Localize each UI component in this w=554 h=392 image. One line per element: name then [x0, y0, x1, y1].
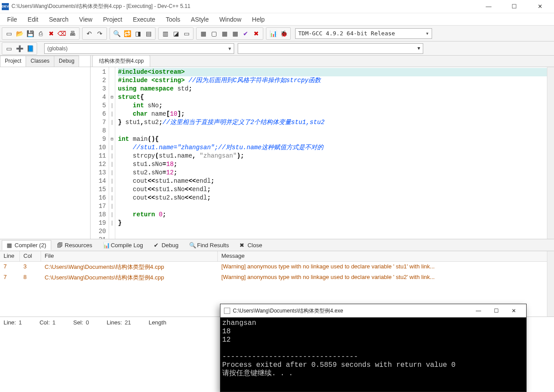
header-line[interactable]: Line: [0, 251, 20, 261]
console-titlebar[interactable]: C:\Users\Wang\Documents\结构体类型例4.exe — ☐ …: [220, 304, 526, 317]
output-tab-close[interactable]: ✖Close: [235, 240, 267, 250]
toggle-icon[interactable]: ◪: [171, 29, 181, 38]
status-sel-value: 0: [86, 319, 89, 326]
output-tab-label: Compile Log: [111, 242, 143, 249]
status-col-label: Col:: [39, 319, 49, 326]
output-tab-label: Compiler (2): [15, 242, 46, 249]
secondary-toolbar: ▭ ➕ 📘 (globals): [0, 41, 554, 56]
status-line-label: Line:: [4, 319, 16, 326]
message-row[interactable]: 78C:\Users\Wang\Documents\结构体类型例4.cpp[Wa…: [0, 272, 554, 283]
open-icon[interactable]: 📂: [15, 29, 24, 38]
undo-icon[interactable]: ↶: [84, 29, 94, 38]
titlebar: DEV C:\Users\Wang\Documents\结构体类型例4.cpp …: [0, 0, 554, 13]
menu-help[interactable]: Help: [247, 15, 269, 24]
syntax-check-icon[interactable]: ✔: [241, 29, 250, 38]
abort-icon[interactable]: ✖: [251, 29, 261, 38]
editor-tabs: 结构体类型例4.cpp: [91, 56, 554, 67]
bookmark-icon[interactable]: ▤: [144, 29, 153, 38]
debug-delete-icon[interactable]: 🐞: [279, 29, 288, 38]
message-row[interactable]: 73C:\Users\Wang\Documents\结构体类型例4.cpp[Wa…: [0, 262, 554, 272]
book-icon[interactable]: 📘: [25, 44, 35, 53]
rebuild-icon[interactable]: ▦: [230, 29, 240, 38]
scope-select[interactable]: (globals): [44, 43, 234, 54]
output-tab-compiler-[interactable]: ▦Compiler (2): [2, 240, 51, 250]
profile-icon[interactable]: 📊: [268, 29, 278, 38]
header-message[interactable]: Message: [218, 251, 554, 261]
find-icon[interactable]: 🔍: [112, 29, 121, 38]
output-tab-compile-log[interactable]: 📊Compile Log: [98, 240, 148, 250]
goto-icon[interactable]: ◨: [133, 29, 143, 38]
output-tabs: ▦Compiler (2)🗐Resources📊Compile Log✔Debu…: [0, 239, 554, 251]
messages-scrollbar[interactable]: [547, 251, 554, 317]
output-tab-debug[interactable]: ✔Debug: [149, 240, 183, 250]
search-icon: 🔍: [189, 242, 195, 248]
status-lines-value: 21: [125, 319, 131, 326]
output-tab-resources[interactable]: 🗐Resources: [52, 240, 97, 250]
window-title: C:\Users\Wang\Documents\结构体类型例4.cpp - [E…: [11, 3, 480, 10]
options-icon[interactable]: ▥: [160, 29, 170, 38]
code-editor[interactable]: 123456789101112131415161718192021 ⊟│││⊟│…: [91, 67, 554, 239]
menu-execute[interactable]: Execute: [129, 15, 160, 24]
menu-view[interactable]: View: [75, 15, 97, 24]
print-icon[interactable]: 🖶: [68, 29, 77, 38]
menu-tools[interactable]: Tools: [161, 15, 185, 24]
main-toolbar: ▭ 📂 💾 ⎙ ✖ ⌫ 🖶 ↶ ↷ 🔍 🔁 ◨ ▤ ▥ ◪ ▭ ▦ ▢ ▦ ▦ …: [0, 26, 554, 41]
compile-run-icon[interactable]: ▦: [220, 29, 229, 38]
console-close-button[interactable]: ✕: [505, 308, 523, 314]
save-all-icon[interactable]: ⎙: [36, 29, 46, 38]
save-icon[interactable]: 💾: [25, 29, 35, 38]
menu-window[interactable]: Window: [215, 15, 246, 24]
console-output: zhangsan 18 12 -------------------------…: [220, 317, 526, 380]
code-content[interactable]: #include<iostream>#include <cstring> //因…: [115, 67, 554, 239]
copy-icon: 🗐: [57, 242, 63, 248]
status-sel-label: Sel:: [73, 319, 83, 326]
menu-edit[interactable]: Edit: [23, 15, 43, 24]
new-file-icon[interactable]: ▭: [4, 29, 14, 38]
run-icon[interactable]: ▢: [209, 29, 219, 38]
console-window[interactable]: C:\Users\Wang\Documents\结构体类型例4.exe — ☐ …: [220, 304, 527, 392]
status-length-label: Length: [149, 319, 167, 326]
new-project-icon[interactable]: ▭: [4, 44, 14, 53]
redo-icon[interactable]: ↷: [95, 29, 105, 38]
side-panel: ProjectClassesDebug: [0, 56, 91, 239]
check-icon: ✔: [154, 242, 160, 248]
bars-icon: 📊: [103, 242, 109, 248]
full-icon[interactable]: ▭: [182, 29, 191, 38]
compile-icon[interactable]: ▦: [198, 29, 208, 38]
compiler-profile-select[interactable]: TDM-GCC 4.9.2 64-bit Release: [295, 28, 432, 39]
compiler-profile-label: TDM-GCC 4.9.2 64-bit Release: [298, 30, 395, 37]
output-tab-label: Close: [247, 242, 262, 249]
replace-icon[interactable]: 🔁: [122, 29, 132, 38]
editor-scrollbar[interactable]: [547, 67, 554, 239]
side-tab-debug[interactable]: Debug: [54, 56, 79, 67]
menu-astyle[interactable]: AStyle: [186, 15, 213, 24]
editor-tab-active[interactable]: 结构体类型例4.cpp: [92, 55, 150, 67]
status-col-value: 1: [53, 319, 56, 326]
message-headers: Line Col File Message: [0, 251, 554, 262]
app-icon: DEV: [2, 3, 9, 10]
header-col[interactable]: Col: [20, 251, 41, 261]
side-tab-project[interactable]: Project: [0, 56, 26, 67]
close-button[interactable]: ✕: [531, 2, 549, 11]
output-tab-find-results[interactable]: 🔍Find Results: [184, 240, 234, 250]
output-tab-label: Resources: [65, 242, 92, 249]
add-file-icon[interactable]: ➕: [15, 44, 24, 53]
grid-icon: ▦: [7, 242, 13, 248]
console-title-text: C:\Users\Wang\Documents\结构体类型例4.exe: [233, 307, 470, 315]
console-maximize-button[interactable]: ☐: [487, 308, 505, 314]
scope-label: (globals): [47, 45, 68, 52]
minimize-button[interactable]: —: [480, 2, 497, 11]
side-tab-classes[interactable]: Classes: [26, 56, 54, 67]
console-minimize-button[interactable]: —: [470, 308, 487, 314]
function-select[interactable]: [238, 43, 423, 54]
side-panel-tabs: ProjectClassesDebug: [0, 56, 90, 67]
close-file-icon[interactable]: ✖: [46, 29, 56, 38]
menu-search[interactable]: Search: [45, 15, 73, 24]
header-file[interactable]: File: [41, 251, 218, 261]
menu-file[interactable]: File: [3, 15, 22, 24]
line-gutter: 123456789101112131415161718192021: [91, 67, 109, 239]
maximize-button[interactable]: ☐: [505, 2, 523, 11]
close-all-icon[interactable]: ⌫: [57, 29, 67, 38]
menu-project[interactable]: Project: [99, 15, 127, 24]
status-lines-label: Lines:: [106, 319, 122, 326]
